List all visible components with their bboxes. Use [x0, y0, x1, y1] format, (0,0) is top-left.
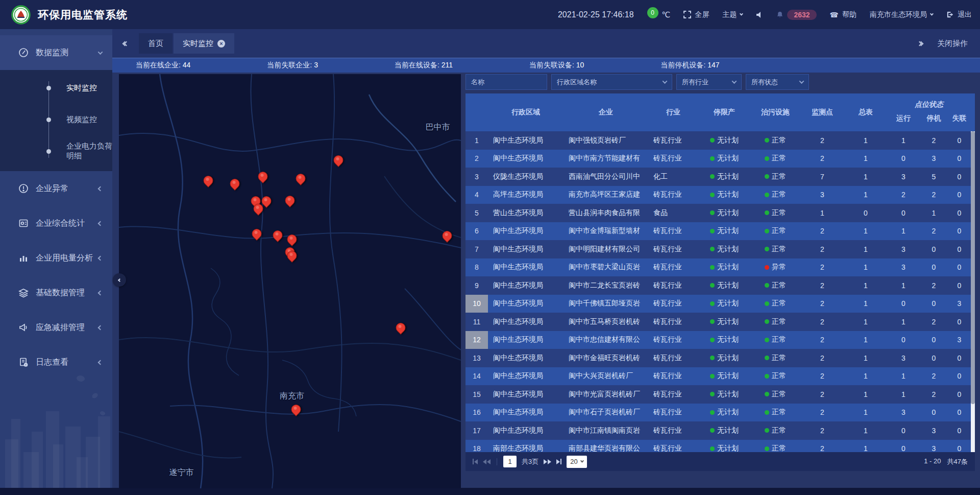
fullscreen-button[interactable]: 全屏: [683, 10, 709, 19]
table-scrollbar[interactable]: [971, 131, 975, 452]
stat-item: 当前停机设备: 147: [660, 61, 719, 70]
map-pin[interactable]: [273, 230, 282, 239]
panel-collapse-button[interactable]: [113, 273, 126, 287]
table-row[interactable]: 12阆中生态环境局阆中市忠信建材有限公砖瓦行业无计划正常21003: [465, 331, 971, 349]
table-row[interactable]: 2阆中生态环境局阆中市南方节能建材有砖瓦行业无计划正常21030: [465, 150, 971, 168]
row-index: 15: [465, 385, 488, 404]
table-row[interactable]: 16阆中生态环境局阆中市石子页岩机砖厂砖瓦行业无计划正常21300: [465, 404, 971, 422]
org-dropdown[interactable]: 南充市生态环境局: [870, 10, 933, 19]
row-index: 8: [465, 258, 488, 277]
tabs-scroll-right-button[interactable]: [919, 42, 922, 45]
sidebar-item-realtime-monitor[interactable]: 实时监控: [0, 72, 112, 104]
map-pin[interactable]: [287, 234, 296, 243]
status-dot: [710, 338, 715, 342]
table-row[interactable]: 18南部生态环境局南部县建华页岩有限公砖瓦行业无计划正常21030: [465, 440, 971, 453]
col-stop: 停限产: [698, 93, 750, 131]
status-dot: [765, 247, 769, 251]
close-operations-button[interactable]: 关闭操作: [937, 39, 968, 49]
row-index: 2: [465, 150, 488, 168]
industry-filter-select[interactable]: 所有行业: [676, 74, 742, 90]
map-pin[interactable]: [396, 323, 405, 332]
sidebar-group-emergency[interactable]: 应急减排管理: [0, 310, 112, 345]
table-row[interactable]: 6阆中生态环境局阆中市金博瑞新型墙材砖瓦行业无计划正常21120: [465, 222, 971, 241]
table-row[interactable]: 9阆中生态环境局阆中市二龙长宝页岩砖砖瓦行业无计划正常21120: [465, 276, 971, 295]
sidebar-item-power-load-detail[interactable]: 企业电力负荷明细: [0, 135, 112, 167]
row-index: 17: [465, 421, 488, 440]
map-pin[interactable]: [252, 229, 261, 238]
logout-button[interactable]: 退出: [946, 10, 972, 19]
sidebar-group-power-analysis[interactable]: 企业用电量分析: [0, 241, 112, 275]
name-filter-input[interactable]: [465, 74, 547, 90]
stat-item: 当前在线设备: 211: [395, 61, 453, 70]
sidebar-group-company-abnormal[interactable]: 企业异常: [0, 171, 112, 206]
map-pin[interactable]: [285, 196, 294, 204]
sidebar-group-company-stats[interactable]: 企业综合统计: [0, 206, 112, 241]
map-pin[interactable]: [333, 155, 342, 164]
first-page-button[interactable]: [473, 459, 478, 464]
map-pin[interactable]: [230, 179, 239, 187]
status-dot: [710, 210, 715, 215]
scrollbar-thumb[interactable]: [971, 131, 975, 404]
speaker-icon: [756, 11, 763, 18]
table-row[interactable]: 10阆中生态环境局阆中千佛镇五郎垭页岩砖瓦行业无计划正常21003: [465, 295, 971, 313]
sidebar-group-logs[interactable]: 日志查看: [0, 345, 112, 380]
app-logo-icon: [11, 5, 31, 25]
status-dot: [765, 319, 769, 324]
status-dot: [765, 156, 769, 161]
sidebar-item-video-monitor[interactable]: 视频监控: [0, 104, 112, 135]
row-index: 4: [465, 186, 488, 204]
status-dot: [710, 319, 715, 324]
page-size-select[interactable]: 20: [567, 456, 586, 468]
sidebar-group-data-monitor[interactable]: 数据监测: [0, 35, 112, 70]
table-row[interactable]: 3仪陇生态环境局西南油气田分公司川中化工无计划正常71350: [465, 168, 971, 186]
table-row[interactable]: 13阆中生态环境局阆中市金福旺页岩机砖砖瓦行业无计划正常21300: [465, 349, 971, 367]
status-filter-select[interactable]: 所有状态: [746, 74, 809, 90]
chevron-down-icon: [98, 50, 103, 55]
fullscreen-icon: [683, 11, 691, 18]
row-index: 6: [465, 222, 488, 241]
tab-home[interactable]: 首页: [139, 33, 173, 54]
sidebar-group-base-data[interactable]: 基础数据管理: [0, 275, 112, 310]
status-dot: [765, 338, 769, 342]
map-pin[interactable]: [262, 196, 271, 205]
tab-realtime-monitor[interactable]: 实时监控 ×: [174, 33, 234, 54]
tab-close-icon[interactable]: ×: [217, 40, 225, 48]
sidebar-submenu: 实时监控 视频监控 企业电力负荷明细: [0, 70, 112, 171]
map-pin[interactable]: [287, 251, 296, 260]
map-panel[interactable]: 巴中市 南充市 遂宁市: [119, 74, 461, 488]
map-pin[interactable]: [291, 405, 300, 413]
prev-page-button[interactable]: [483, 459, 491, 464]
row-index: 11: [465, 313, 488, 331]
table-row[interactable]: 1阆中生态环境局阆中强锐页岩砖厂砖瓦行业无计划正常21120: [465, 131, 971, 150]
chevron-down-icon: [580, 459, 584, 463]
table-row[interactable]: 8阆中生态环境局阆中市枣碧大梁山页岩砖瓦行业无计划异常21300: [465, 258, 971, 277]
col-run: 运行: [887, 114, 920, 123]
map-pin[interactable]: [442, 231, 451, 240]
chevron-down-icon: [732, 79, 737, 84]
map-pin[interactable]: [254, 204, 262, 213]
col-index: [465, 93, 488, 131]
table-row[interactable]: 4高坪生态环境局南充市高坪区王家店建砖瓦行业无计划正常31220: [465, 186, 971, 204]
sound-toggle[interactable]: [756, 11, 763, 18]
map-pin[interactable]: [296, 174, 305, 182]
next-page-button[interactable]: [544, 459, 551, 464]
theme-dropdown[interactable]: 主题: [722, 10, 743, 19]
help-button[interactable]: ☎ 帮助: [830, 10, 856, 19]
table-row[interactable]: 17阆中生态环境局阆中市江南镇阆南页岩砖瓦行业无计划正常21030: [465, 421, 971, 440]
status-dot: [765, 356, 769, 360]
notifications[interactable]: 2632: [776, 10, 816, 20]
col-company: 企业: [564, 93, 648, 131]
chevron-down-icon: [799, 79, 804, 84]
status-dot: [710, 174, 715, 179]
map-pin[interactable]: [204, 176, 212, 184]
last-page-button[interactable]: [556, 459, 561, 464]
table-row[interactable]: 11阆中生态环境局阆中市五马桥页岩机砖砖瓦行业无计划正常21120: [465, 313, 971, 331]
tabs-scroll-left-button[interactable]: [112, 42, 139, 45]
table-row[interactable]: 14阆中生态环境局阆中大兴页岩机砖厂砖瓦行业无计划正常21120: [465, 367, 971, 386]
table-row[interactable]: 5营山生态环境局营山县润丰肉食品有限食品无计划正常10010: [465, 204, 971, 222]
table-row[interactable]: 7阆中生态环境局阆中明阳建材有限公司砖瓦行业无计划正常21300: [465, 240, 971, 258]
current-page-box[interactable]: 1: [503, 456, 517, 467]
table-row[interactable]: 15阆中生态环境局阆中市光富页岩机砖厂砖瓦行业无计划正常21120: [465, 385, 971, 404]
map-pin[interactable]: [258, 172, 267, 180]
region-filter-select[interactable]: 行政区域名称: [551, 74, 672, 90]
